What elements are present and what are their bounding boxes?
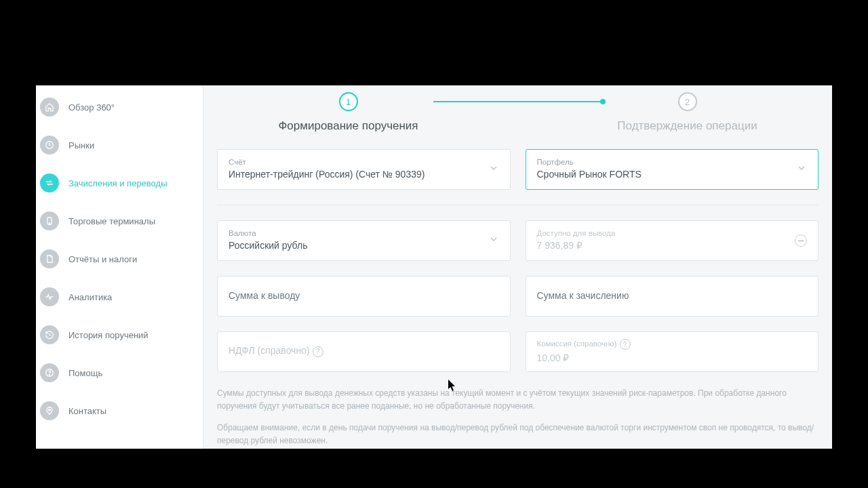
available-value: 7 936,89 ₽ [537,240,809,251]
stepper: 1 Формирование поручения 2 Подтверждение… [217,92,818,133]
home-icon [40,98,59,117]
currency-value: Российский рубль [229,240,500,251]
commission-display: Комиссия (справочно)? 10,00 ₽ [526,331,819,372]
sidebar-item-label: Торговые терминалы [68,216,155,226]
disclaimer-2: Обращаем внимание, если в день подачи по… [217,422,818,447]
account-select[interactable]: Счёт Интернет-трейдинг (Россия) (Счет № … [217,149,511,190]
portfolio-select[interactable]: Портфель Срочный Рынок FORTS [526,149,819,190]
sidebar-item-analytics[interactable]: Аналитика [36,278,203,316]
step-2-title: Подтверждение операции [617,119,757,133]
sidebar-item-label: Рынки [68,140,94,150]
sidebar: Обзор 360° Рынки Зачисления и переводы Т… [36,85,203,449]
sidebar-item-reports[interactable]: Отчёты и налоги [36,240,203,278]
device-icon [40,211,59,230]
sidebar-item-terminals[interactable]: Торговые терминалы [36,202,203,240]
sidebar-item-label: Помощь [68,368,102,378]
step-2-circle: 2 [678,92,697,111]
divider [217,205,818,205]
ndfl-text: НДФЛ (справочно) [229,345,310,356]
amount-out-placeholder: Сумма к выводу [229,290,500,301]
svg-point-4 [50,374,50,375]
ndfl-display: НДФЛ (справочно)? [217,331,511,372]
sidebar-item-label: Отчёты и налоги [68,254,137,264]
currency-label: Валюта [229,229,500,237]
pin-icon [40,401,59,420]
chevron-down-icon [796,163,807,176]
svg-point-2 [49,223,50,224]
sidebar-item-contacts[interactable]: Контакты [36,392,203,430]
doc-icon [40,249,59,268]
account-value: Интернет-трейдинг (Россия) (Счет № 90339… [229,169,500,180]
chevron-down-icon [488,163,499,176]
step-1[interactable]: 1 Формирование поручения [264,92,433,133]
amount-in-input[interactable]: Сумма к зачислению [526,276,819,317]
ndfl-placeholder: НДФЛ (справочно)? [229,345,500,357]
sidebar-item-label: Аналитика [68,292,112,302]
pulse-icon [40,287,59,306]
main-content: 1 Формирование поручения 2 Подтверждение… [203,85,832,449]
available-display: Доступно для вывода 7 936,89 ₽ [526,220,819,261]
sidebar-item-label: Контакты [68,406,106,416]
history-icon [40,325,59,344]
chevron-down-icon [488,234,499,247]
amount-out-input[interactable]: Сумма к выводу [217,276,511,317]
step-1-title: Формирование поручения [278,119,418,133]
sidebar-item-transfers[interactable]: Зачисления и переводы [36,164,203,202]
step-connector [433,101,603,102]
sidebar-item-overview[interactable]: Обзор 360° [36,88,203,126]
sidebar-item-help[interactable]: Помощь [36,354,203,392]
help-circle-icon[interactable]: ? [620,339,631,350]
sidebar-item-markets[interactable]: Рынки [36,126,203,164]
available-label: Доступно для вывода [537,229,809,237]
commission-label: Комиссия (справочно)? [537,339,809,350]
commission-label-text: Комиссия (справочно) [537,340,617,348]
transfer-icon [40,174,59,192]
sidebar-item-label: Зачисления и переводы [68,178,167,188]
help-icon [40,363,59,382]
help-circle-icon[interactable]: ? [313,346,323,357]
svg-point-5 [49,409,51,411]
portfolio-label: Портфель [537,158,809,166]
currency-select[interactable]: Валюта Российский рубль [217,220,511,261]
sidebar-item-history[interactable]: История поручений [36,316,203,354]
sidebar-item-label: Обзор 360° [68,102,115,113]
amount-in-placeholder: Сумма к зачислению [537,290,809,301]
step-2[interactable]: 2 Подтверждение операции [603,92,772,133]
step-1-circle: 1 [339,92,358,111]
minus-circle-icon[interactable] [795,235,807,247]
commission-value: 10,00 ₽ [537,352,809,363]
sidebar-item-label: История поручений [68,330,149,340]
portfolio-value: Срочный Рынок FORTS [537,169,809,180]
disclaimer-1: Суммы доступных для вывода денежных сред… [217,387,818,412]
account-label: Счёт [229,158,500,166]
clock-icon [40,136,59,155]
